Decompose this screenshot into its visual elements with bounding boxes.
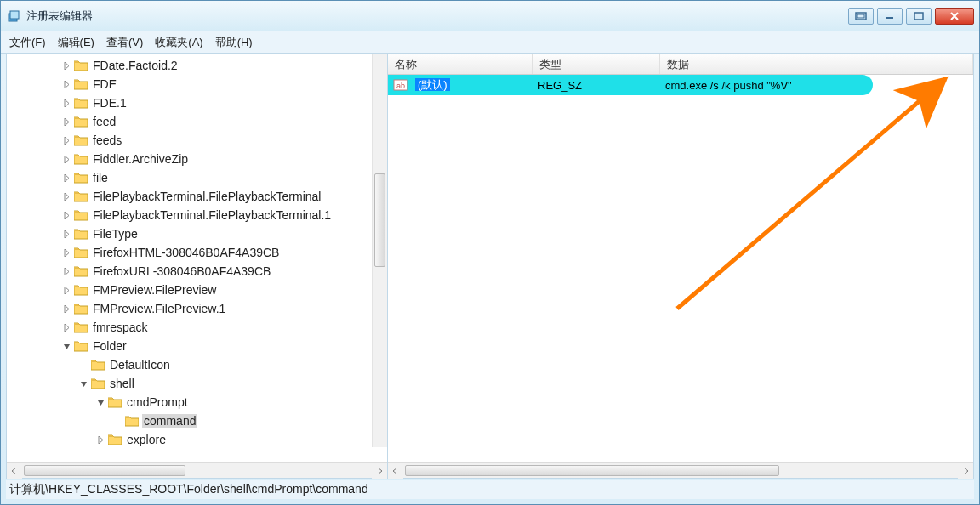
expander-closed-icon[interactable] bbox=[95, 434, 106, 445]
tree-item-label: FileType bbox=[91, 227, 140, 241]
tree-item-label: explore bbox=[125, 433, 168, 446]
svg-rect-3 bbox=[858, 14, 864, 18]
statusbar: 计算机\HKEY_CLASSES_ROOT\Folder\shell\cmdPr… bbox=[6, 480, 974, 499]
expander-closed-icon[interactable] bbox=[61, 79, 72, 90]
status-path: 计算机\HKEY_CLASSES_ROOT\Folder\shell\cmdPr… bbox=[9, 482, 368, 497]
tree-item[interactable]: FirefoxURL-308046B0AF4A39CB bbox=[7, 262, 387, 281]
tree-item[interactable]: feed bbox=[7, 112, 387, 131]
extra-button[interactable] bbox=[848, 8, 874, 25]
scroll-left-icon[interactable] bbox=[388, 463, 403, 479]
tree-item[interactable]: file bbox=[7, 168, 387, 187]
scrollbar-thumb[interactable] bbox=[405, 465, 779, 476]
tree-item[interactable]: FirefoxHTML-308046B0AF4A39CB bbox=[7, 243, 387, 262]
tree-item[interactable]: FDE bbox=[7, 75, 387, 94]
value-type: REG_SZ bbox=[531, 79, 658, 92]
tree-vertical-scrollbar[interactable] bbox=[372, 54, 387, 447]
scroll-right-icon[interactable] bbox=[958, 463, 973, 479]
tree-pane: FDate.Factoid.2FDEFDE.1feedfeedsFiddler.… bbox=[7, 54, 388, 478]
tree-item[interactable]: DefaultIcon bbox=[7, 355, 387, 374]
svg-text:ab: ab bbox=[396, 82, 405, 90]
tree-item[interactable]: FMPreview.FilePreview bbox=[7, 281, 387, 299]
tree-item-label: feed bbox=[91, 115, 117, 128]
menu-help[interactable]: 帮助(H) bbox=[215, 35, 253, 50]
expander-closed-icon[interactable] bbox=[61, 60, 72, 71]
tree-item-label: FDate.Factoid.2 bbox=[91, 59, 179, 72]
folder-icon bbox=[74, 116, 88, 128]
column-name[interactable]: 名称 bbox=[388, 54, 533, 74]
scroll-left-icon[interactable] bbox=[7, 463, 22, 479]
tree-item-label: feeds bbox=[91, 133, 123, 147]
folder-icon bbox=[74, 340, 88, 352]
expander-closed-icon[interactable] bbox=[61, 285, 72, 296]
folder-icon bbox=[125, 415, 139, 427]
folder-icon bbox=[74, 134, 88, 146]
close-button[interactable] bbox=[935, 8, 974, 25]
expander-open-icon[interactable] bbox=[78, 378, 89, 389]
folder-icon bbox=[74, 78, 88, 90]
menu-edit[interactable]: 编辑(E) bbox=[58, 35, 94, 50]
folder-icon bbox=[74, 190, 88, 202]
tree-item[interactable]: fmrespack bbox=[7, 318, 387, 337]
folder-icon bbox=[74, 284, 88, 296]
tree-item[interactable]: Folder bbox=[7, 337, 387, 355]
tree-item[interactable]: feeds bbox=[7, 131, 387, 150]
tree-item-label: command bbox=[142, 414, 197, 428]
tree-item[interactable]: command bbox=[7, 411, 387, 430]
svg-rect-1 bbox=[10, 11, 19, 19]
tree-item-label: file bbox=[91, 171, 110, 184]
expander-closed-icon[interactable] bbox=[61, 266, 72, 277]
expander-closed-icon[interactable] bbox=[61, 173, 72, 184]
expander-closed-icon[interactable] bbox=[61, 98, 72, 109]
expander-closed-icon[interactable] bbox=[61, 304, 72, 315]
expander-open-icon[interactable] bbox=[61, 341, 72, 352]
tree-item[interactable]: FilePlaybackTerminal.FilePlaybackTermina… bbox=[7, 187, 387, 206]
list-horizontal-scrollbar[interactable] bbox=[388, 462, 973, 478]
menu-file[interactable]: 文件(F) bbox=[9, 35, 46, 50]
expander-closed-icon[interactable] bbox=[61, 322, 72, 333]
tree-item[interactable]: FilePlaybackTerminal.FilePlaybackTermina… bbox=[7, 206, 387, 224]
tree-item[interactable]: explore bbox=[7, 430, 387, 449]
column-type[interactable]: 类型 bbox=[533, 54, 660, 74]
tree-item[interactable]: FDE.1 bbox=[7, 94, 387, 112]
window-buttons bbox=[848, 8, 974, 25]
tree-item-label: FDE bbox=[91, 77, 118, 91]
tree-item-label: DefaultIcon bbox=[108, 358, 172, 372]
expander-closed-icon[interactable] bbox=[61, 210, 72, 221]
window-title: 注册表编辑器 bbox=[26, 9, 848, 24]
tree-item[interactable]: shell bbox=[7, 374, 387, 393]
expander-closed-icon[interactable] bbox=[61, 229, 72, 240]
menu-favorites[interactable]: 收藏夹(A) bbox=[155, 35, 202, 50]
scrollbar-thumb[interactable] bbox=[24, 465, 185, 476]
expander-closed-icon[interactable] bbox=[61, 135, 72, 146]
tree[interactable]: FDate.Factoid.2FDEFDE.1feedfeedsFiddler.… bbox=[7, 54, 387, 449]
menu-view[interactable]: 查看(V) bbox=[106, 35, 143, 50]
scroll-right-icon[interactable] bbox=[372, 463, 387, 479]
expander-closed-icon[interactable] bbox=[61, 154, 72, 165]
value-row[interactable]: ab(默认)REG_SZcmd.exe /s /k pushd "%V" bbox=[388, 75, 873, 95]
string-value-icon: ab bbox=[393, 77, 408, 93]
expander-closed-icon[interactable] bbox=[61, 247, 72, 258]
tree-horizontal-scrollbar[interactable] bbox=[7, 462, 387, 478]
expander-closed-icon[interactable] bbox=[61, 191, 72, 202]
expander-closed-icon[interactable] bbox=[61, 116, 72, 128]
tree-item-label: FirefoxHTML-308046B0AF4A39CB bbox=[91, 246, 281, 259]
folder-icon bbox=[74, 321, 88, 333]
tree-item-label: shell bbox=[108, 377, 136, 390]
expander-open-icon[interactable] bbox=[95, 397, 106, 408]
tree-item-label: Folder bbox=[91, 339, 128, 353]
maximize-button[interactable] bbox=[906, 8, 932, 25]
scrollbar-thumb[interactable] bbox=[374, 173, 385, 267]
svg-rect-5 bbox=[914, 13, 923, 20]
tree-item-label: FMPreview.FilePreview bbox=[91, 283, 218, 297]
tree-item[interactable]: Fiddler.ArchiveZip bbox=[7, 150, 387, 168]
regedit-icon bbox=[8, 9, 21, 23]
minimize-button[interactable] bbox=[877, 8, 903, 25]
tree-item-label: fmrespack bbox=[91, 321, 150, 334]
column-data[interactable]: 数据 bbox=[660, 54, 973, 74]
tree-item[interactable]: FileType bbox=[7, 224, 387, 243]
client-area: FDate.Factoid.2FDEFDE.1feedfeedsFiddler.… bbox=[6, 54, 974, 479]
tree-item[interactable]: FDate.Factoid.2 bbox=[7, 56, 387, 75]
tree-item[interactable]: FMPreview.FilePreview.1 bbox=[7, 299, 387, 318]
expander-none bbox=[78, 360, 89, 371]
tree-item[interactable]: cmdPrompt bbox=[7, 393, 387, 411]
